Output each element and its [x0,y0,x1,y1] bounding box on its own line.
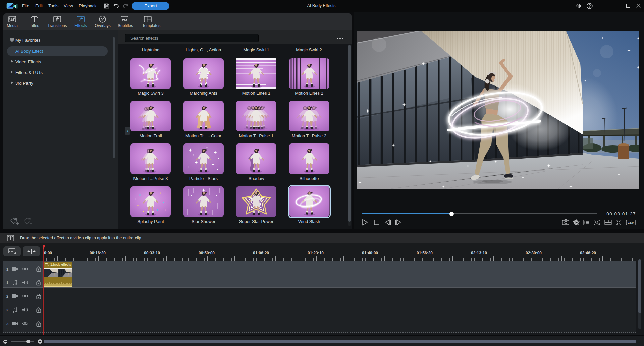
svg-text:2: 2 [6,308,8,312]
svg-text:16:9: 16:9 [628,221,634,224]
svg-text:1: 1 [6,267,8,271]
svg-text:3: 3 [6,322,8,326]
svg-text:2: 2 [6,294,8,298]
svg-text:1: 1 [6,281,8,285]
